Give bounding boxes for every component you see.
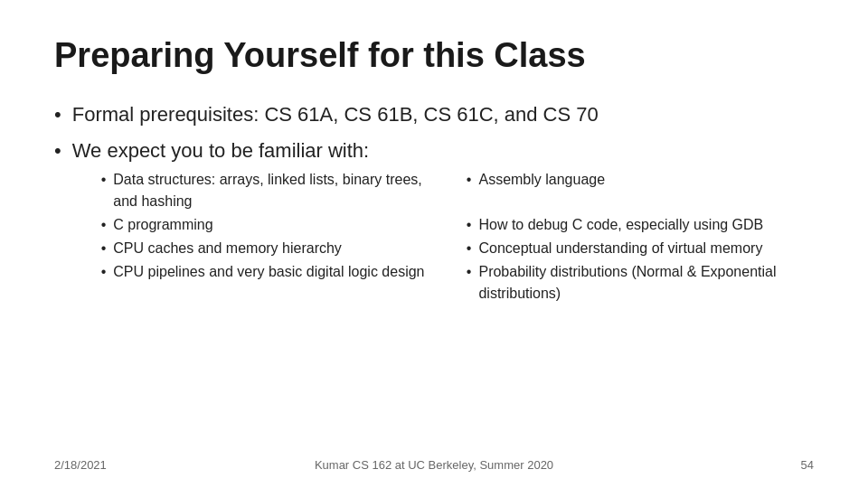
sub-bullet-5: CPU caches and memory hierarchy (101, 238, 448, 259)
sub-bullet-2: Assembly language (467, 169, 814, 212)
sub-bullet-1: Data structures: arrays, linked lists, b… (101, 169, 448, 212)
sub-bullet-7: CPU pipelines and very basic digital log… (101, 261, 448, 305)
footer-page: 54 (801, 458, 814, 472)
footer: 2/18/2021 Kumar CS 162 at UC Berkeley, S… (54, 458, 814, 472)
sub-bullet-8: Probability distributions (Normal & Expo… (467, 261, 814, 305)
sub-bullet-4: How to debug C code, especially using GD… (467, 214, 814, 236)
main-bullet-1: Formal prerequisites: CS 61A, CS 61B, CS… (54, 101, 814, 129)
main-bullet-2: We expect you to be familiar with: Data … (54, 137, 814, 305)
footer-date: 2/18/2021 (54, 458, 107, 472)
sub-section: Data structures: arrays, linked lists, b… (101, 169, 814, 305)
slide-title: Preparing Yourself for this Class (54, 36, 814, 76)
sub-bullet-3: C programming (101, 214, 448, 236)
main-bullets-list: Formal prerequisites: CS 61A, CS 61B, CS… (54, 101, 814, 314)
sub-bullet-6: Conceptual understanding of virtual memo… (467, 238, 814, 259)
footer-center: Kumar CS 162 at UC Berkeley, Summer 2020 (315, 458, 553, 472)
slide: Preparing Yourself for this Class Formal… (0, 0, 868, 488)
sub-bullets-list: Data structures: arrays, linked lists, b… (101, 169, 814, 305)
